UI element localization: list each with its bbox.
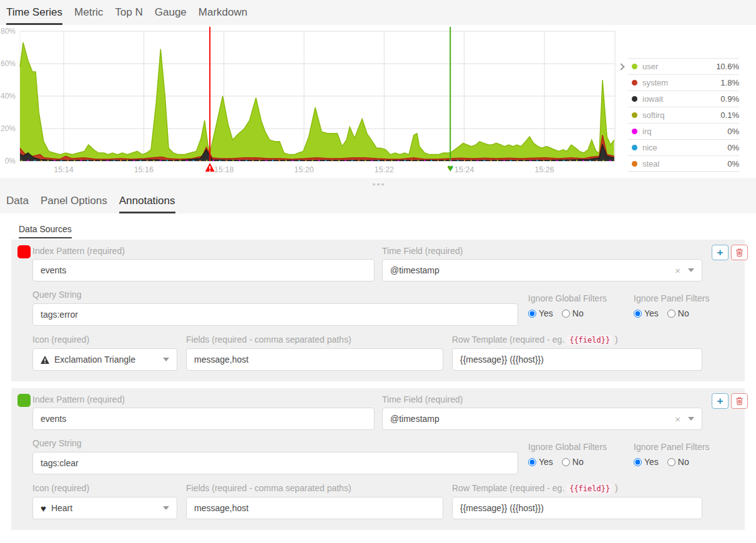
no-label: No	[572, 457, 584, 467]
ignore-global-filters-radios: Yes No	[528, 457, 584, 467]
tab-panel-options[interactable]: Panel Options	[41, 195, 107, 213]
tab-data[interactable]: Data	[6, 195, 29, 213]
resize-drag-handle[interactable]	[373, 183, 384, 185]
clear-icon[interactable]: ×	[675, 414, 680, 424]
svg-text:40%: 40%	[1, 92, 16, 100]
time-field-label: Time Field (required)	[382, 246, 463, 256]
ignore-panel-no-radio[interactable]	[667, 458, 675, 466]
ignore-global-filters-radios: Yes No	[528, 308, 584, 318]
series-color-dot	[632, 96, 637, 102]
ignore-global-filters-label: Ignore Global Filters	[528, 293, 607, 303]
legend-item-softirq[interactable]: softirq0.1%	[628, 107, 739, 123]
series-label: irq	[642, 127, 727, 136]
no-label: No	[572, 308, 584, 318]
time-field-select[interactable]: @timestamp ×	[382, 259, 702, 281]
fields-label: Fields (required - comma separated paths…	[186, 483, 351, 493]
series-label: system	[642, 78, 720, 87]
series-color-dot	[632, 129, 637, 134]
svg-text:15:16: 15:16	[134, 165, 154, 174]
ignore-global-no[interactable]: No	[562, 308, 584, 318]
caret-down-icon[interactable]	[163, 506, 169, 510]
tab-metric[interactable]: Metric	[74, 0, 103, 25]
annotation-datasource-card-1: Index Pattern (required) Time Field (req…	[11, 240, 745, 381]
series-value: 10.6%	[716, 62, 739, 71]
color-swatch[interactable]	[17, 394, 31, 407]
ignore-panel-filters-label: Ignore Panel Filters	[634, 293, 709, 303]
legend-item-steal[interactable]: steal0%	[628, 155, 739, 172]
fields-input[interactable]	[186, 497, 443, 519]
caret-down-icon[interactable]	[688, 417, 694, 421]
query-string-input[interactable]	[32, 303, 518, 326]
svg-text:15:18: 15:18	[214, 165, 233, 174]
yes-label: Yes	[539, 308, 553, 318]
timeseries-chart[interactable]: 0%20%40%60%80%15:1415:1615:1815:2015:221…	[0, 25, 624, 180]
tab-top-n[interactable]: Top N	[115, 0, 142, 25]
series-color-dot	[632, 145, 637, 150]
ignore-panel-yes[interactable]: Yes	[634, 457, 659, 467]
legend-item-iowait[interactable]: iowait0.9%	[628, 90, 739, 107]
tab-gauge[interactable]: Gauge	[155, 0, 187, 25]
query-string-label: Query String	[32, 438, 82, 448]
svg-text:60%: 60%	[1, 59, 16, 68]
icon-label: Icon (required)	[32, 483, 89, 493]
ignore-panel-yes-radio[interactable]	[634, 458, 642, 466]
caret-down-icon[interactable]	[163, 358, 169, 361]
add-datasource-button[interactable]: +	[712, 245, 729, 260]
time-field-select[interactable]: @timestamp ×	[382, 408, 702, 430]
index-pattern-input[interactable]	[32, 259, 375, 281]
fields-input[interactable]	[186, 348, 443, 371]
tab-time-series[interactable]: Time Series	[6, 0, 62, 25]
series-label: steal	[642, 159, 727, 169]
index-pattern-label: Index Pattern (required)	[32, 394, 125, 404]
no-label: No	[678, 457, 689, 467]
add-datasource-button[interactable]: +	[712, 393, 729, 409]
query-string-input[interactable]	[32, 452, 518, 474]
ignore-global-yes-radio[interactable]	[528, 310, 536, 318]
ignore-panel-no[interactable]: No	[667, 457, 689, 467]
series-value: 0.1%	[720, 110, 739, 120]
ignore-panel-no[interactable]: No	[667, 308, 689, 318]
caret-down-icon[interactable]	[688, 268, 694, 272]
series-color-dot	[632, 64, 637, 69]
tab-annotations[interactable]: Annotations	[119, 195, 175, 213]
series-value: 0%	[727, 159, 739, 169]
ignore-global-yes[interactable]: Yes	[528, 457, 553, 467]
time-field-value: @timestamp	[390, 265, 439, 275]
delete-datasource-button[interactable]	[731, 245, 748, 260]
series-color-dot	[632, 80, 637, 86]
icon-select[interactable]: ♥ Heart	[32, 497, 177, 519]
ignore-panel-no-radio[interactable]	[667, 310, 675, 318]
legend-item-nice[interactable]: nice0%	[628, 139, 739, 155]
ignore-panel-yes-radio[interactable]	[634, 310, 642, 318]
row-template-input[interactable]	[452, 497, 702, 519]
ignore-panel-yes[interactable]: Yes	[634, 308, 659, 318]
code-chip: {{field}}	[567, 335, 612, 345]
series-value: 0.9%	[720, 94, 739, 104]
svg-text:15:14: 15:14	[54, 165, 73, 174]
delete-datasource-button[interactable]	[731, 393, 748, 409]
tab-data-sources[interactable]: Data Sources	[19, 224, 72, 238]
legend-item-irq[interactable]: irq0%	[628, 123, 739, 139]
heart-icon: ♥	[41, 504, 46, 513]
tab-markdown[interactable]: Markdown	[199, 0, 247, 25]
legend-item-user[interactable]: user10.6%	[628, 58, 739, 74]
ignore-global-no-radio[interactable]	[562, 458, 570, 466]
ignore-global-yes[interactable]: Yes	[528, 308, 553, 318]
icon-select[interactable]: Exclamation Triangle	[32, 348, 177, 371]
ignore-global-filters-label: Ignore Global Filters	[528, 442, 607, 452]
ignore-global-no-radio[interactable]	[562, 310, 570, 318]
series-value: 0%	[727, 143, 739, 152]
ignore-panel-filters-radios: Yes No	[634, 308, 689, 318]
ignore-panel-filters-label: Ignore Panel Filters	[634, 442, 709, 452]
panel-config-tabs: DataPanel OptionsAnnotations	[6, 195, 187, 213]
legend-item-system[interactable]: system1.8%	[628, 74, 739, 90]
annotations-subtabs: Data Sources	[0, 213, 756, 240]
svg-text:15:22: 15:22	[375, 165, 394, 174]
fields-label: Fields (required - comma separated paths…	[186, 335, 351, 345]
color-swatch[interactable]	[17, 245, 31, 258]
row-template-input[interactable]	[452, 348, 702, 371]
ignore-global-yes-radio[interactable]	[528, 458, 536, 466]
index-pattern-input[interactable]	[32, 408, 375, 430]
clear-icon[interactable]: ×	[675, 266, 680, 275]
ignore-global-no[interactable]: No	[562, 457, 584, 467]
